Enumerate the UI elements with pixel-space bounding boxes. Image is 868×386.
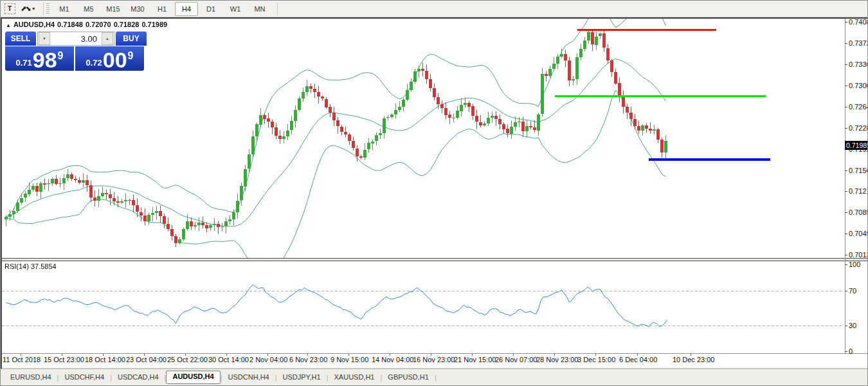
chart-tab-bar: EURUSD,H4|USDCHF,H4|USDCAD,H4|AUDUSD,H4|… xyxy=(1,369,868,385)
price-axis-label: 0.72640 xyxy=(849,103,868,111)
low-value: 0.71828 xyxy=(114,21,140,28)
price-axis-tick xyxy=(845,255,847,255)
time-axis-label: 28 Nov 23:00 xyxy=(536,356,578,363)
time-axis-border xyxy=(2,353,867,354)
volume-decrease-button[interactable]: ▼ xyxy=(39,32,50,45)
price-axis-label: 0.74080 xyxy=(849,18,868,26)
price-axis-tick xyxy=(845,191,847,192)
rsi-axis-tick xyxy=(845,326,847,326)
sell-price-box[interactable]: 0.71 98 9 xyxy=(5,46,74,71)
price-axis-label: 0.73000 xyxy=(849,82,868,89)
sell-price-pip: 9 xyxy=(58,50,64,62)
toolbar-separator-end xyxy=(277,3,278,15)
price-axis-label: 0.71560 xyxy=(849,167,868,174)
time-axis-label: 11 Oct 2018 xyxy=(3,356,41,363)
price-axis-label: 0.73720 xyxy=(849,39,868,47)
time-axis-label: 30 Oct 14:00 xyxy=(208,356,249,363)
time-axis-label: 3 Dec 15:00 xyxy=(577,356,615,363)
timeframe-button-h1[interactable]: H1 xyxy=(150,2,174,16)
buy-price-pip: 9 xyxy=(128,50,134,62)
rsi-indicator-label: RSI(14) 37.5854 xyxy=(5,262,57,270)
chart-tab-usdcnh-h4[interactable]: USDCNH,H4 xyxy=(222,371,275,383)
rsi-axis-label: 30 xyxy=(849,322,856,329)
ohlc-header: ▲AUDUSD,H40.718480.720700.718280.71989 xyxy=(6,21,170,28)
sell-price-prefix: 0.71 xyxy=(15,58,32,68)
price-axis-tick xyxy=(845,22,847,23)
price-axis-label: 0.70490 xyxy=(849,230,868,237)
price-axis-tick xyxy=(845,86,847,86)
arrows-glyph: ⬈⬊ xyxy=(21,5,30,13)
tab-separator: | xyxy=(435,374,437,381)
pane-splitter[interactable] xyxy=(2,258,867,261)
collapse-trade-panel-icon[interactable]: ▲ xyxy=(6,23,11,28)
price-axis-label: 0.71210 xyxy=(849,187,868,195)
rsi-axis-label: 100 xyxy=(849,261,860,268)
current-price-badge: 0.71989 xyxy=(845,141,868,150)
price-axis-label: 0.70130 xyxy=(849,251,868,259)
price-axis-divider xyxy=(845,19,845,353)
time-axis-label: 16 Nov 23:00 xyxy=(413,356,455,363)
chart-tab-usdcad-h4[interactable]: USDCAD,H4 xyxy=(112,371,165,383)
text-label-tool-icon[interactable]: T xyxy=(3,3,16,15)
open-value: 0.71848 xyxy=(57,21,83,28)
time-axis-label: 6 Nov 23:00 xyxy=(289,356,327,363)
chart-tab-eurusd-h4[interactable]: EURUSD,H4 xyxy=(5,371,57,383)
arrange-arrows-icon[interactable]: ⬈⬊ ▼ xyxy=(19,3,38,15)
sell-price-big: 98 xyxy=(33,49,57,71)
chart-tab-usdchf-h4[interactable]: USDCHF,H4 xyxy=(59,371,110,383)
price-axis-tick xyxy=(845,170,847,171)
time-axis-label: 10 Dec 23:00 xyxy=(673,356,714,363)
price-axis-label: 0.72280 xyxy=(849,124,868,132)
timeframe-button-m30[interactable]: M30 xyxy=(126,2,149,16)
timeframe-button-h4[interactable]: H4 xyxy=(175,2,198,16)
text-tool-glyph: T xyxy=(5,3,15,14)
chart-tab-gbpusd-h1[interactable]: GBPUSD,H1 xyxy=(382,371,435,383)
time-axis-label: 15 Oct 23:00 xyxy=(44,356,84,363)
timeframe-button-w1[interactable]: W1 xyxy=(224,2,247,16)
time-axis-label: 21 Nov 15:00 xyxy=(454,356,496,363)
toolbar-grip-handle[interactable] xyxy=(46,3,50,15)
time-axis-label: 9 Nov 15:00 xyxy=(330,356,368,363)
timeframe-buttons: M1M5M15M30H1H4D1W1MN xyxy=(52,2,272,16)
price-axis-tick xyxy=(845,128,847,129)
volume-increase-button[interactable]: ▲ xyxy=(102,32,113,45)
buy-price-prefix: 0.72 xyxy=(86,58,102,68)
time-axis-label: 25 Oct 22:00 xyxy=(167,356,208,363)
buy-button[interactable]: BUY xyxy=(116,32,147,46)
timeframe-button-d1[interactable]: D1 xyxy=(199,2,222,16)
price-axis-label: 0.73360 xyxy=(849,60,868,68)
price-axis-tick xyxy=(845,234,847,234)
price-axis-tick xyxy=(845,43,847,44)
timeframe-button-m1[interactable]: M1 xyxy=(53,2,76,16)
sell-button[interactable]: SELL xyxy=(5,32,36,46)
time-axis-label: 18 Oct 14:00 xyxy=(85,356,125,363)
time-axis-label: 14 Nov 04:00 xyxy=(372,356,413,363)
mt4-terminal-window: T ⬈⬊ ▼ M1M5M15M30H1H4D1W1MN ▲AUDUSD,H40.… xyxy=(0,0,868,386)
time-axis-label: 23 Oct 04:00 xyxy=(126,356,167,363)
rsi-axis-label: 0 xyxy=(849,347,853,355)
chart-tab-usdjpy-h1[interactable]: USDJPY,H1 xyxy=(277,371,327,383)
chart-tab-xauusd-h1[interactable]: XAUUSD,H1 xyxy=(329,371,381,383)
price-axis-tick xyxy=(845,212,847,213)
close-value: 0.71989 xyxy=(141,21,167,28)
buy-price-box[interactable]: 0.72 00 9 xyxy=(75,46,144,71)
rsi-axis-tick xyxy=(845,264,847,265)
one-click-trading-panel: SELL ▼ 3.00 ▲ BUY 0.71 98 9 0.72 00 9 xyxy=(5,32,147,71)
timeframe-toolbar: T ⬈⬊ ▼ M1M5M15M30H1H4D1W1MN xyxy=(1,1,867,17)
rsi-axis-tick xyxy=(845,291,847,291)
chart-tab-audusd-h4[interactable]: AUDUSD,H4 xyxy=(166,371,220,384)
buy-price-big: 00 xyxy=(103,49,127,71)
rsi-indicator-canvas[interactable] xyxy=(2,261,845,353)
timeframe-button-mn[interactable]: MN xyxy=(248,2,271,16)
dropdown-caret-icon[interactable]: ▼ xyxy=(32,6,36,11)
rsi-axis-label: 70 xyxy=(849,287,856,295)
volume-value[interactable]: 3.00 xyxy=(51,34,101,44)
time-axis-label: 26 Nov 07:00 xyxy=(495,356,537,363)
timeframe-button-m5[interactable]: M5 xyxy=(77,2,100,16)
symbol-period-label: AUDUSD,H4 xyxy=(14,21,55,28)
toolbar-separator xyxy=(43,3,44,15)
price-axis-tick xyxy=(845,64,847,65)
time-axis-label: 6 Dec 04:00 xyxy=(619,356,657,363)
timeframe-button-m15[interactable]: M15 xyxy=(102,2,125,16)
chart-window: ▲AUDUSD,H40.718480.720700.718280.71989 S… xyxy=(1,17,868,369)
